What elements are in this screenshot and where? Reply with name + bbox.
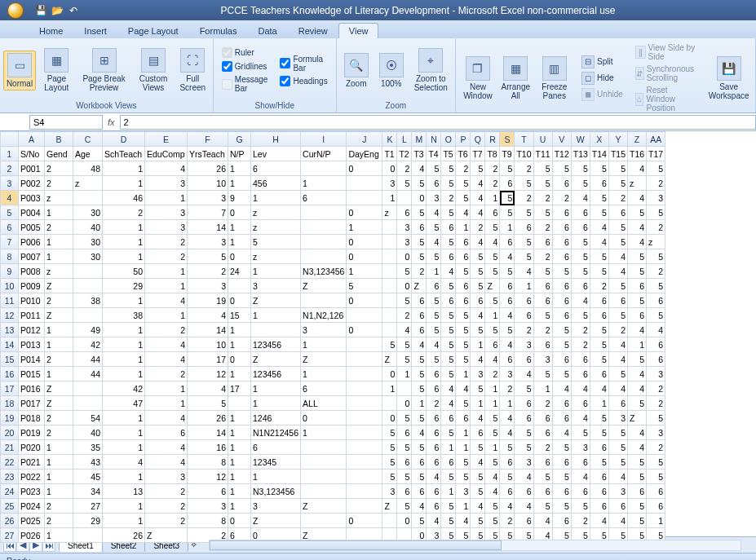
cell[interactable]	[382, 249, 397, 264]
cell[interactable]: P025	[19, 514, 45, 528]
cell[interactable]: 3	[188, 279, 228, 293]
cell[interactable]: 2	[590, 279, 608, 293]
cell[interactable]: 4	[427, 235, 441, 249]
cell[interactable]: 5	[571, 235, 590, 249]
cell[interactable]: 1	[301, 176, 347, 191]
cell[interactable]: 2	[533, 323, 552, 337]
cell[interactable]: P014	[19, 352, 45, 367]
cell[interactable]: 5	[397, 440, 412, 455]
cell[interactable]: 0	[412, 191, 427, 205]
cell[interactable]	[347, 470, 382, 484]
cell[interactable]: 4	[552, 381, 571, 396]
cell[interactable]: 5	[471, 514, 485, 528]
cell[interactable]: 5	[608, 235, 627, 249]
cell[interactable]: 1	[228, 470, 251, 484]
cell[interactable]: 3	[533, 352, 552, 367]
cell[interactable]: 6	[571, 352, 590, 367]
cell[interactable]: 5	[500, 323, 515, 337]
header-cell[interactable]: T9	[500, 147, 515, 161]
cell[interactable]: 6	[427, 484, 441, 499]
cell[interactable]	[301, 220, 347, 235]
cell[interactable]: 2	[45, 176, 73, 191]
cell[interactable]: 49	[73, 323, 103, 337]
cell[interactable]: 1	[103, 323, 145, 337]
cell[interactable]: 5	[571, 176, 590, 191]
cell[interactable]: 42	[73, 337, 103, 352]
header-cell[interactable]: T14	[590, 147, 608, 161]
cell[interactable]: 6	[515, 293, 533, 308]
cell[interactable]: 5	[485, 220, 500, 235]
header-cell[interactable]: T10	[515, 147, 533, 161]
sync-scroll-button[interactable]: ⇵Synchronous Scrolling	[635, 64, 698, 82]
cell[interactable]: 1	[45, 249, 73, 264]
cell[interactable]: 5	[647, 279, 665, 293]
cell[interactable]: 5	[441, 235, 456, 249]
cell[interactable]: 6	[397, 455, 412, 470]
cell[interactable]: 6	[647, 499, 665, 514]
cell[interactable]: 5	[412, 205, 427, 220]
header-cell[interactable]: N/P	[228, 147, 251, 161]
cell[interactable]: 5	[412, 367, 427, 381]
cell[interactable]: 5	[515, 440, 533, 455]
cell[interactable]: 5	[571, 161, 590, 176]
cell[interactable]: 6	[590, 176, 608, 191]
row-header[interactable]: 12	[1, 308, 19, 323]
cell[interactable]: 6	[427, 455, 441, 470]
cell[interactable]: 1	[347, 220, 382, 235]
cell[interactable]: 1	[228, 426, 251, 440]
tab-review[interactable]: Review	[288, 23, 338, 38]
header-cell[interactable]: T6	[456, 147, 471, 161]
row-header[interactable]: 24	[1, 484, 19, 499]
cell[interactable]: 2	[500, 381, 515, 396]
cell[interactable]: 2	[103, 205, 145, 220]
cell[interactable]: 6	[500, 484, 515, 499]
cell[interactable]: 2	[45, 499, 73, 514]
cell[interactable]	[228, 396, 251, 411]
cell[interactable]: 6	[647, 352, 665, 367]
cell[interactable]: 4	[471, 235, 485, 249]
cell[interactable]: 4	[590, 220, 608, 235]
col-header-B[interactable]: B	[45, 132, 73, 147]
cell[interactable]: 1	[103, 337, 145, 352]
cell[interactable]: 5	[427, 220, 441, 235]
cell[interactable]: 5	[471, 470, 485, 484]
cell[interactable]	[73, 381, 103, 396]
header-cell[interactable]: T1	[382, 147, 397, 161]
cell[interactable]: 6	[427, 411, 441, 426]
cell[interactable]: 4	[441, 381, 456, 396]
cell[interactable]: P012	[19, 323, 45, 337]
cell[interactable]: 2	[485, 161, 500, 176]
cell[interactable]: 2	[571, 323, 590, 337]
cell[interactable]: 6	[552, 514, 571, 528]
cell[interactable]: 6	[552, 293, 571, 308]
cell[interactable]: 1	[485, 191, 500, 205]
cell[interactable]: 5	[412, 470, 427, 484]
cell[interactable]: 4	[456, 205, 471, 220]
cell[interactable]: 2	[552, 191, 571, 205]
cell[interactable]: 44	[73, 367, 103, 381]
header-cell[interactable]: CurN/P	[301, 147, 347, 161]
cell[interactable]: 1	[412, 396, 427, 411]
cell[interactable]: 3	[515, 337, 533, 352]
headings-checkbox[interactable]: Headings	[280, 76, 327, 86]
cell[interactable]: 1	[228, 176, 251, 191]
cell[interactable]: 5	[590, 352, 608, 367]
cell[interactable]: 5	[382, 426, 397, 440]
cell[interactable]: 1	[301, 426, 347, 440]
cell[interactable]	[347, 440, 382, 455]
cell[interactable]: 3	[427, 191, 441, 205]
cell[interactable]: 6	[552, 484, 571, 499]
cell[interactable]: 5	[500, 470, 515, 484]
cell[interactable]: 40	[73, 220, 103, 235]
cell[interactable]: 4	[608, 381, 627, 396]
row-header[interactable]: 4	[1, 191, 19, 205]
arrange-all-button[interactable]: ▦Arrange All	[499, 54, 532, 103]
cell[interactable]: 6	[590, 484, 608, 499]
cell[interactable]: 46	[103, 191, 145, 205]
cell[interactable]: 1	[228, 220, 251, 235]
cell[interactable]: 2	[515, 191, 533, 205]
row-header[interactable]: 7	[1, 235, 19, 249]
cell[interactable]: 5	[412, 411, 427, 426]
cell[interactable]	[301, 470, 347, 484]
cell[interactable]: P001	[19, 161, 45, 176]
